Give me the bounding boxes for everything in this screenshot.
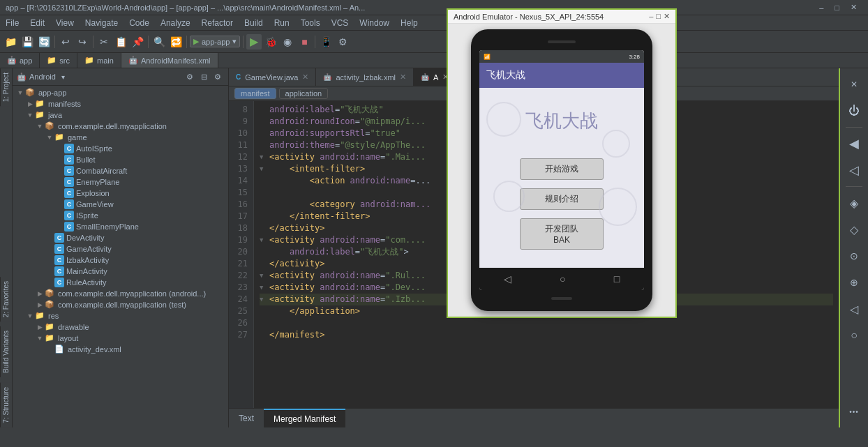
menu-refactor[interactable]: Refactor xyxy=(196,17,239,29)
emulator-minimize-btn[interactable]: – xyxy=(649,12,653,21)
toolbar-copy-btn[interactable]: 📋 xyxy=(113,34,128,50)
stop-btn[interactable]: ■ xyxy=(297,34,312,50)
home-btn[interactable]: ○ xyxy=(844,325,865,346)
tree-item-explosion[interactable]: C Explosion xyxy=(13,188,228,199)
tree-item-drawable[interactable]: ▶ 📁 drawable xyxy=(13,321,228,333)
fold-btn-19[interactable]: ▼ xyxy=(260,234,269,246)
tree-item-isprite[interactable]: C ISprite xyxy=(13,210,228,221)
phone-back-btn[interactable]: ◁ xyxy=(504,273,511,285)
tree-item-app-app[interactable]: ▼ 📦 app-app xyxy=(13,87,228,98)
toolbar-cut-btn[interactable]: ✂ xyxy=(96,34,112,50)
fold-btn-22[interactable]: ▼ xyxy=(260,270,269,282)
phone-team-btn[interactable]: 开发团队BAK xyxy=(520,218,604,250)
tree-item-package-android[interactable]: ▶ 📦 com.example.dell.myapplication (andr… xyxy=(13,288,228,299)
phone-start-btn[interactable]: 开始游戏 xyxy=(520,158,604,180)
zoom-btn[interactable]: ⊕ xyxy=(844,272,865,293)
back-btn[interactable]: ◁ xyxy=(844,298,865,319)
tree-item-res[interactable]: ▼ 📁 res xyxy=(13,310,228,321)
menu-window[interactable]: Window xyxy=(354,17,395,29)
camera-btn[interactable]: ⊙ xyxy=(844,245,865,266)
tree-item-combataircraft[interactable]: C CombatAircraft xyxy=(13,165,228,176)
sdk-btn[interactable]: ⚙ xyxy=(335,34,350,50)
fold-btn-23[interactable]: ▼ xyxy=(260,282,269,294)
tree-item-mainactivity[interactable]: C MainActivity xyxy=(13,266,228,277)
menu-tools[interactable]: Tools xyxy=(295,17,326,29)
rotate-btn[interactable]: ◈ xyxy=(844,192,865,213)
tree-item-activity-dev[interactable]: 📄 activity_dev.xml xyxy=(13,344,228,355)
run-btn[interactable]: ▶ xyxy=(246,34,262,50)
toolbar-replace-btn[interactable]: 🔁 xyxy=(168,34,184,50)
tree-item-gameactivity[interactable]: C GameActivity xyxy=(13,243,228,255)
toolbar-save-btn[interactable]: 💾 xyxy=(20,34,35,50)
toolbar-project-btn[interactable]: 📁 xyxy=(3,34,18,50)
fold-btn-13[interactable]: ▼ xyxy=(260,163,269,175)
toolbar-paste-btn[interactable]: 📌 xyxy=(130,34,145,50)
menu-help[interactable]: Help xyxy=(395,17,424,29)
menu-edit[interactable]: Edit xyxy=(24,17,50,29)
tree-item-java[interactable]: ▼ 📁 java xyxy=(13,109,228,121)
tree-item-autoisprte[interactable]: C AutoISprte xyxy=(13,143,228,154)
side-label-project[interactable]: 1: Project xyxy=(0,68,12,106)
phone-recent-btn[interactable]: □ xyxy=(614,273,620,285)
tree-item-devactivity[interactable]: C DevActivity xyxy=(13,232,228,243)
vol-up-btn[interactable]: ◀ xyxy=(844,133,865,154)
collapse-all-btn[interactable]: ⊟ xyxy=(197,70,210,83)
tree-item-ruleactivity[interactable]: C RuleActivity xyxy=(13,277,228,288)
menu-vcs[interactable]: VCS xyxy=(326,17,354,29)
phone-rules-btn[interactable]: 规则介绍 xyxy=(520,188,604,210)
tree-item-gameview[interactable]: C GameView xyxy=(13,199,228,210)
menu-analyze[interactable]: Analyze xyxy=(155,17,196,29)
tree-item-bullet[interactable]: C Bullet xyxy=(13,154,228,165)
emulator-maximize-btn[interactable]: □ xyxy=(656,12,661,21)
tree-item-layout[interactable]: ▼ 📁 layout xyxy=(13,333,228,344)
manifest-tab-application[interactable]: application xyxy=(279,88,329,99)
erase-btn[interactable]: ◇ xyxy=(844,219,865,240)
avd-btn[interactable]: 📱 xyxy=(318,34,334,50)
close-tab-activity-lzbak[interactable]: ✕ xyxy=(400,73,406,82)
toolbar-find-btn[interactable]: 🔍 xyxy=(151,34,167,50)
maximize-btn[interactable]: □ xyxy=(829,3,845,12)
run-config-dropdown[interactable]: ▶ app-app ▾ xyxy=(190,36,240,47)
menu-view[interactable]: View xyxy=(50,17,80,29)
manifest-tab-manifest[interactable]: manifest xyxy=(234,88,276,99)
breadcrumb-src[interactable]: 📁 src xyxy=(40,53,77,68)
menu-code[interactable]: Code xyxy=(124,17,155,29)
minimize-btn[interactable]: – xyxy=(814,3,829,12)
phone-home-btn[interactable]: ○ xyxy=(560,273,565,285)
tree-item-package-main[interactable]: ▼ 📦 com.example.dell.myapplication xyxy=(13,121,228,132)
tree-item-game[interactable]: ▼ 📁 game xyxy=(13,132,228,143)
tab-activity-lzbak[interactable]: 🤖 activity_lzbak.xml ✕ xyxy=(316,68,414,86)
menu-build[interactable]: Build xyxy=(239,17,269,29)
close-tab-gameview[interactable]: ✕ xyxy=(302,73,308,82)
bottom-tab-text[interactable]: Text xyxy=(229,409,264,427)
tab-gameview[interactable]: C GameView.java ✕ xyxy=(229,68,316,86)
close-emulator-btn[interactable]: ✕ xyxy=(844,74,865,95)
bottom-tab-merged-manifest[interactable]: Merged Manifest xyxy=(264,409,345,427)
more-btn[interactable]: ••• xyxy=(844,401,865,422)
tree-item-enemyplane[interactable]: C EnemyPlane xyxy=(13,176,228,188)
menu-navigate[interactable]: Navigate xyxy=(80,17,124,29)
sync-project-btn[interactable]: ⚙ xyxy=(184,70,196,83)
breadcrumb-main[interactable]: 📁 main xyxy=(77,53,121,68)
favorites-label[interactable]: 2: Favorites xyxy=(0,277,11,321)
breadcrumb-manifest[interactable]: 🤖 AndroidManifest.xml xyxy=(121,53,218,68)
settings-btn[interactable]: ⚙ xyxy=(211,70,224,83)
tree-item-manifests[interactable]: ▶ 📁 manifests xyxy=(13,98,228,109)
profile-btn[interactable]: ◉ xyxy=(280,34,295,50)
breadcrumb-app[interactable]: 🤖 app xyxy=(0,53,40,68)
tree-item-smallenemyplane[interactable]: C SmallEnemyPlane xyxy=(13,221,228,232)
debug-btn[interactable]: 🐞 xyxy=(263,34,278,50)
vol-down-btn[interactable]: ◁ xyxy=(844,160,865,181)
tree-item-izbakactivity[interactable]: C IzbakActivity xyxy=(13,255,228,266)
toolbar-sync-btn[interactable]: 🔄 xyxy=(36,34,52,50)
close-btn[interactable]: ✕ xyxy=(845,3,862,12)
side-label-structure[interactable]: 7: Structure xyxy=(0,383,12,427)
tree-item-package-test[interactable]: ▶ 📦 com.example.dell.myapplication (test… xyxy=(13,299,228,310)
fold-btn-24[interactable]: ▼ xyxy=(260,294,269,305)
toolbar-redo-btn[interactable]: ↪ xyxy=(75,34,90,50)
menu-file[interactable]: File xyxy=(0,17,24,29)
fold-btn-12[interactable]: ▼ xyxy=(260,151,269,163)
toolbar-undo-btn[interactable]: ↩ xyxy=(58,34,73,50)
menu-run[interactable]: Run xyxy=(269,17,295,29)
build-variants-label[interactable]: Build Variants xyxy=(0,326,11,377)
